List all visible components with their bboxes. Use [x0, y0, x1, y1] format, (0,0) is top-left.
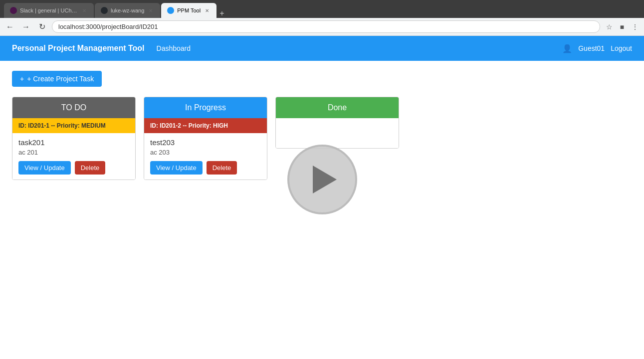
- tab-gh-label: luke-wz-wang: [111, 7, 144, 13]
- todo-column-body: ID: ID201-1 -- Priority: MEDIUM task201 …: [12, 118, 135, 180]
- app-title: Personal Project Management Tool: [12, 44, 145, 53]
- play-icon: [313, 166, 337, 190]
- browser-chrome: Slack | general | UChicago CS | ✕ luke-w…: [0, 0, 644, 18]
- menu-icon[interactable]: ⋮: [630, 22, 640, 32]
- url-text: localhost:3000/projectBoard/ID201: [58, 23, 158, 30]
- done-column: Done: [275, 97, 399, 149]
- todo-task1-view-button[interactable]: View / Update: [18, 161, 71, 175]
- forward-button[interactable]: →: [20, 21, 32, 33]
- gh-favicon: [101, 7, 108, 14]
- address-bar[interactable]: localhost:3000/projectBoard/ID201: [52, 20, 600, 33]
- todo-task1-delete-button[interactable]: Delete: [75, 161, 106, 175]
- in-progress-column-body: ID: ID201-2 -- Priority: HIGH test203 ac…: [144, 118, 267, 180]
- new-tab-button[interactable]: +: [217, 9, 226, 18]
- tab-bar: Slack | general | UChicago CS | ✕ luke-w…: [4, 0, 226, 18]
- inprogress-task1-ac: ac 203: [150, 149, 261, 156]
- inprogress-task1-details: test203 ac 203 View / Update Delete: [144, 133, 267, 180]
- tab-slack-close[interactable]: ✕: [81, 7, 88, 14]
- done-column-body: [276, 118, 399, 148]
- tab-ppm[interactable]: PPM Tool ✕: [161, 3, 216, 18]
- tab-slack-label: Slack | general | UChicago CS |: [20, 7, 78, 13]
- username-label: Guest01: [578, 44, 605, 52]
- todo-task1-actions: View / Update Delete: [18, 161, 129, 175]
- in-progress-column: In Progress ID: ID201-2 -- Priority: HIG…: [144, 97, 267, 180]
- tab-gh-close[interactable]: ✕: [147, 7, 154, 14]
- inprogress-task1-delete-button[interactable]: Delete: [207, 161, 237, 175]
- table-row: ID: ID201-1 -- Priority: MEDIUM task201 …: [12, 118, 135, 180]
- browser-toolbar-icons: ☆ ■ ⋮: [604, 22, 640, 32]
- inprogress-task1-actions: View / Update Delete: [150, 161, 261, 175]
- address-bar-row: ← → ↻ localhost:3000/projectBoard/ID201 …: [0, 18, 644, 36]
- back-button[interactable]: ←: [4, 21, 16, 33]
- done-column-header: Done: [276, 97, 399, 118]
- bookmark-icon[interactable]: ☆: [604, 22, 614, 32]
- create-task-label: + Create Project Task: [27, 75, 94, 83]
- tab-ppm-label: PPM Tool: [177, 7, 201, 13]
- extensions-icon[interactable]: ■: [617, 22, 627, 32]
- todo-column: TO DO ID: ID201-1 -- Priority: MEDIUM ta…: [12, 97, 136, 180]
- nav-left: Personal Project Management Tool Dashboa…: [12, 44, 191, 53]
- logout-link[interactable]: Logout: [611, 44, 632, 52]
- inprogress-task1-view-button[interactable]: View / Update: [150, 161, 203, 175]
- tab-slack[interactable]: Slack | general | UChicago CS | ✕: [4, 3, 94, 18]
- tab-gh[interactable]: luke-wz-wang ✕: [95, 3, 160, 18]
- todo-task1-details: task201 ac 201 View / Update Delete: [12, 133, 135, 180]
- user-icon: 👤: [562, 44, 572, 53]
- todo-task1-priority-bar: ID: ID201-1 -- Priority: MEDIUM: [12, 118, 135, 133]
- refresh-button[interactable]: ↻: [36, 21, 48, 33]
- inprogress-task1-priority-bar: ID: ID201-2 -- Priority: HIGH: [144, 118, 267, 133]
- nav-right: 👤 Guest01 Logout: [562, 44, 632, 53]
- slack-favicon: [10, 7, 17, 14]
- create-task-button[interactable]: + + Create Project Task: [12, 71, 102, 87]
- app-navbar: Personal Project Management Tool Dashboa…: [0, 36, 644, 61]
- nav-dashboard-link[interactable]: Dashboard: [157, 44, 191, 52]
- ppm-favicon: [167, 7, 174, 14]
- todo-column-header: TO DO: [12, 97, 135, 118]
- todo-task1-ac: ac 201: [18, 149, 129, 156]
- create-icon: +: [20, 75, 24, 83]
- tab-ppm-close[interactable]: ✕: [204, 7, 211, 14]
- in-progress-column-header: In Progress: [144, 97, 267, 118]
- table-row: ID: ID201-2 -- Priority: HIGH test203 ac…: [144, 118, 267, 180]
- todo-task1-name: task201: [18, 138, 129, 147]
- inprogress-task1-name: test203: [150, 138, 261, 147]
